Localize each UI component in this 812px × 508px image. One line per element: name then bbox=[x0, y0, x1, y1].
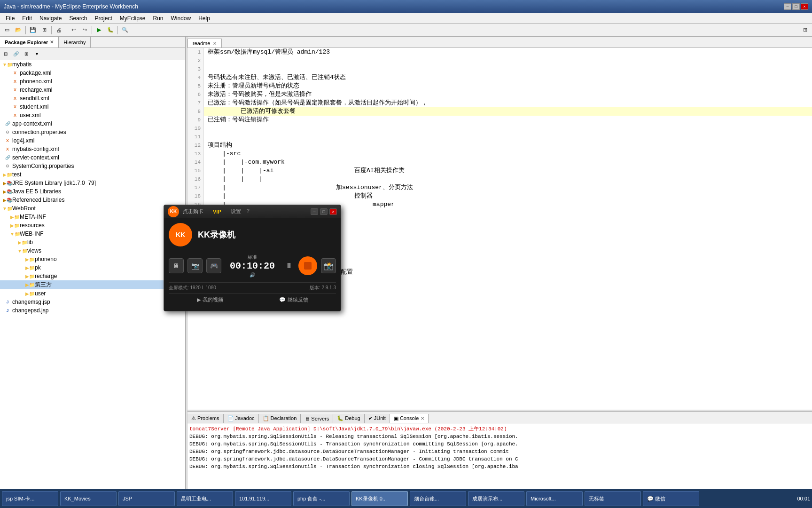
taskbar-btn-kk[interactable]: KK录像机 0... bbox=[351, 491, 408, 506]
tree-item-user[interactable]: ▶📁 user bbox=[0, 289, 185, 298]
taskbar-btn-ip[interactable]: 101.91.119... bbox=[235, 491, 291, 506]
tree-item-servletcontextxml[interactable]: 🔗 servlet-context.xml bbox=[0, 153, 185, 162]
tree-item-javaee[interactable]: ▶📚 Java EE 5 Libraries bbox=[0, 187, 185, 196]
menu-window[interactable]: Window bbox=[167, 14, 195, 23]
tb-save[interactable]: 💾 bbox=[28, 25, 38, 35]
tree-item-mybatisconfigxml[interactable]: X mybatis-config.xml bbox=[0, 145, 185, 153]
menu-search[interactable]: Search bbox=[65, 14, 91, 23]
taskbar-btn-microsoft[interactable]: Microsoft... bbox=[526, 491, 583, 506]
maximize-button[interactable]: □ bbox=[792, 3, 800, 10]
tab-problems[interactable]: ⚠ Problems bbox=[187, 414, 224, 423]
kk-game-btn[interactable]: 🎮 bbox=[206, 258, 221, 273]
tb-print[interactable]: 🖨 bbox=[54, 25, 64, 35]
tree-item-mybatis[interactable]: ▼📁 mybatis bbox=[0, 60, 185, 69]
tree-item-sendbillxml[interactable]: X sendbill.xml bbox=[0, 94, 185, 103]
kk-camera-btn[interactable]: 📷 bbox=[187, 258, 203, 273]
tree-item-phonenoxml[interactable]: X phoneno.xml bbox=[0, 77, 185, 86]
tab-console[interactable]: ▣ Console ✕ bbox=[390, 414, 429, 423]
tree-item-rechargexml[interactable]: X recharge.xml bbox=[0, 86, 185, 94]
tab-javadoc[interactable]: 📄 Javadoc bbox=[224, 414, 259, 423]
menu-run[interactable]: Run bbox=[149, 14, 167, 23]
kk-resolution: 全屏模式: 1920 L 1080 bbox=[169, 285, 216, 291]
kk-screen-btn[interactable]: 🖥 bbox=[169, 258, 184, 273]
tab-readme[interactable]: readme ✕ bbox=[187, 39, 222, 48]
tree-item-recharge[interactable]: ▶📁 recharge bbox=[0, 272, 185, 280]
tb-perspective[interactable]: ⊞ bbox=[800, 25, 810, 35]
tab-package-explorer-close[interactable]: ✕ bbox=[50, 40, 54, 45]
menu-help[interactable]: Help bbox=[195, 14, 214, 23]
tree-item-webinf[interactable]: ▼📁 WEB-INF bbox=[0, 230, 185, 238]
tree-scroll-area[interactable]: ▼📁 mybatis X package.xml X phoneno.xml X… bbox=[0, 60, 185, 496]
tb-undo[interactable]: ↩ bbox=[68, 25, 78, 35]
kk-myrecording-btn[interactable]: ▶ 我的视频 bbox=[197, 296, 223, 303]
tree-item-userxml[interactable]: X user.xml bbox=[0, 111, 185, 119]
panel-collapse[interactable]: ⊟ bbox=[1, 49, 10, 59]
tree-item-views[interactable]: ▼📁 views bbox=[0, 246, 185, 255]
tab-junit[interactable]: ✔ JUnit bbox=[365, 414, 390, 423]
tab-debug[interactable]: 🐛 Debug bbox=[333, 414, 364, 423]
panel-filter[interactable]: ⊞ bbox=[22, 49, 31, 59]
close-button[interactable]: × bbox=[801, 3, 808, 10]
console-line-4: DEBUG: org.springframework.jdbc.datasour… bbox=[189, 448, 810, 455]
kk-settings-link[interactable]: 设置 bbox=[231, 208, 241, 215]
tree-item-log4jxml[interactable]: X log4j.xml bbox=[0, 136, 185, 145]
taskbar-btn-php[interactable]: php 食食 -... bbox=[293, 491, 350, 506]
kk-maximize-btn[interactable]: □ bbox=[320, 208, 328, 215]
tree-item-packagexml[interactable]: X package.xml bbox=[0, 69, 185, 77]
tree-item-changepsd[interactable]: J changepsd.jsp bbox=[0, 306, 185, 315]
tab-readme-close[interactable]: ✕ bbox=[213, 41, 217, 46]
menu-myeclipse[interactable]: MyEclipse bbox=[116, 14, 149, 23]
tree-item-reflibs[interactable]: ▶📚 Referenced Libraries bbox=[0, 196, 185, 204]
taskbar-btn-notitle[interactable]: 无标签 bbox=[585, 491, 641, 506]
tree-item-appcontextxml[interactable]: 🔗 app-context.xml bbox=[0, 119, 185, 128]
panel-link[interactable]: 🔗 bbox=[11, 49, 21, 59]
taskbar-btn-kunming[interactable]: 昆明工业电... bbox=[177, 491, 233, 506]
kk-minimize-btn[interactable]: – bbox=[311, 208, 318, 215]
kk-vip-label[interactable]: VIP bbox=[213, 209, 221, 214]
taskbar-btn-jsp[interactable]: jsp SIM-卡... bbox=[2, 491, 58, 506]
tab-console-close[interactable]: ✕ bbox=[421, 416, 424, 421]
tab-package-explorer[interactable]: Package Explorer ✕ bbox=[0, 37, 59, 48]
tb-search[interactable]: 🔍 bbox=[120, 25, 130, 35]
kk-clickbuy-label[interactable]: 点击购卡 bbox=[183, 208, 203, 215]
kk-screenshot-btn[interactable]: 📸 bbox=[321, 258, 336, 273]
tab-declaration[interactable]: 📋 Declaration bbox=[259, 414, 301, 423]
kk-help-link[interactable]: ? bbox=[247, 208, 250, 215]
menu-file[interactable]: File bbox=[2, 14, 18, 23]
tree-item-changemsgjsp[interactable]: J changemsg.jsp bbox=[0, 298, 185, 306]
tree-item-resources[interactable]: ▶📁 resources bbox=[0, 221, 185, 230]
tab-hierarchy[interactable]: Hierarchy bbox=[59, 37, 91, 48]
menu-edit[interactable]: Edit bbox=[18, 14, 36, 23]
taskbar-btn-chengju[interactable]: 成居演示布... bbox=[468, 491, 524, 506]
menu-navigate[interactable]: Navigate bbox=[36, 14, 65, 23]
tree-item-connectionprops[interactable]: ⚙ connection.properties bbox=[0, 128, 185, 136]
menu-project[interactable]: Project bbox=[91, 14, 116, 23]
taskbar-btn-yantai[interactable]: 烟台台账... bbox=[410, 491, 466, 506]
tb-redo[interactable]: ↪ bbox=[79, 25, 90, 35]
minimize-button[interactable]: – bbox=[784, 3, 791, 10]
tb-new[interactable]: ▭ bbox=[2, 25, 12, 35]
tree-item-jre[interactable]: ▶📚 JRE System Library [jdk1.7.0_79] bbox=[0, 179, 185, 187]
tree-item-thirdparty[interactable]: ▶📁 第三方 bbox=[0, 280, 185, 289]
kk-feedback-btn[interactable]: 💬 继续反馈 bbox=[279, 296, 308, 303]
tb-run[interactable]: ▶ bbox=[94, 25, 104, 35]
taskbar-btn-jspide[interactable]: JSP bbox=[118, 491, 175, 506]
tree-item-systemconfigprops[interactable]: ⚙ SystemConfig.properties bbox=[0, 162, 185, 170]
tb-save-all[interactable]: ⊞ bbox=[39, 25, 49, 35]
tab-servers[interactable]: 🖥 Servers bbox=[301, 414, 333, 423]
tree-item-pk[interactable]: ▶📁 pk bbox=[0, 263, 185, 272]
tree-item-webroot[interactable]: ▼📁 WebRoot bbox=[0, 204, 185, 213]
taskbar-btn-wechat[interactable]: 💬 微信 bbox=[643, 491, 699, 506]
tree-item-studentxml[interactable]: X student.xml bbox=[0, 103, 185, 111]
tb-debug[interactable]: 🐛 bbox=[105, 25, 116, 35]
kk-close-btn[interactable]: × bbox=[329, 208, 337, 215]
tree-item-metainf[interactable]: ▶📁 META-INF bbox=[0, 213, 185, 221]
panel-menu[interactable]: ▾ bbox=[32, 49, 41, 59]
tree-item-test[interactable]: ▶📁 test bbox=[0, 170, 185, 179]
taskbar-btn-kkmovies[interactable]: KK_Movies bbox=[60, 491, 117, 506]
tb-open[interactable]: 📂 bbox=[13, 25, 23, 35]
tree-item-lib[interactable]: ▶📁 lib bbox=[0, 238, 185, 246]
tree-item-phoneno[interactable]: ▶📁 phoneno bbox=[0, 255, 185, 263]
kk-record-btn[interactable] bbox=[298, 256, 317, 275]
kk-pause-btn[interactable]: ⏸ bbox=[283, 260, 295, 271]
